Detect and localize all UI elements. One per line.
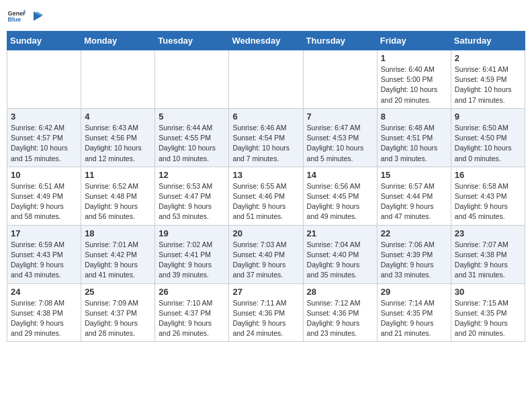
weekday-header-wednesday: Wednesday — [229, 32, 303, 50]
day-info: Sunrise: 6:43 AM Sunset: 4:56 PM Dayligh… — [85, 123, 151, 164]
day-info: Sunrise: 6:56 AM Sunset: 4:45 PM Dayligh… — [307, 181, 373, 222]
day-info: Sunrise: 7:04 AM Sunset: 4:40 PM Dayligh… — [307, 240, 373, 281]
day-number: 7 — [307, 111, 373, 122]
calendar-cell: 21Sunrise: 7:04 AM Sunset: 4:40 PM Dayli… — [303, 225, 377, 283]
day-number: 1 — [381, 53, 447, 63]
day-info: Sunrise: 7:14 AM Sunset: 4:35 PM Dayligh… — [381, 298, 447, 339]
calendar-cell: 22Sunrise: 7:06 AM Sunset: 4:39 PM Dayli… — [377, 225, 451, 283]
calendar-cell: 30Sunrise: 7:15 AM Sunset: 4:35 PM Dayli… — [451, 283, 525, 342]
calendar-cell: 15Sunrise: 6:57 AM Sunset: 4:44 PM Dayli… — [377, 167, 451, 225]
day-number: 5 — [159, 111, 225, 122]
day-info: Sunrise: 6:44 AM Sunset: 4:55 PM Dayligh… — [159, 123, 225, 164]
calendar-cell: 18Sunrise: 7:01 AM Sunset: 4:42 PM Dayli… — [81, 225, 155, 283]
calendar-cell: 27Sunrise: 7:11 AM Sunset: 4:36 PM Dayli… — [229, 283, 303, 342]
day-number: 19 — [159, 228, 225, 238]
day-info: Sunrise: 6:47 AM Sunset: 4:53 PM Dayligh… — [307, 123, 373, 164]
day-number: 8 — [381, 111, 447, 122]
day-number: 26 — [159, 287, 225, 297]
calendar-cell — [303, 50, 377, 109]
calendar-cell: 7Sunrise: 6:47 AM Sunset: 4:53 PM Daylig… — [303, 108, 377, 167]
calendar-cell: 29Sunrise: 7:14 AM Sunset: 4:35 PM Dayli… — [377, 283, 451, 342]
day-info: Sunrise: 6:51 AM Sunset: 4:49 PM Dayligh… — [11, 181, 77, 222]
day-info: Sunrise: 7:09 AM Sunset: 4:37 PM Dayligh… — [85, 298, 151, 339]
calendar-cell: 26Sunrise: 7:10 AM Sunset: 4:37 PM Dayli… — [155, 283, 229, 342]
calendar-week-row: 1Sunrise: 6:40 AM Sunset: 5:00 PM Daylig… — [7, 50, 525, 109]
day-number: 23 — [455, 228, 521, 238]
day-number: 24 — [11, 287, 77, 297]
calendar-cell — [81, 50, 155, 109]
calendar-week-row: 24Sunrise: 7:08 AM Sunset: 4:38 PM Dayli… — [7, 283, 525, 342]
calendar-cell: 23Sunrise: 7:07 AM Sunset: 4:38 PM Dayli… — [451, 225, 525, 283]
calendar-cell: 28Sunrise: 7:12 AM Sunset: 4:36 PM Dayli… — [303, 283, 377, 342]
calendar-cell: 11Sunrise: 6:52 AM Sunset: 4:48 PM Dayli… — [81, 167, 155, 225]
day-info: Sunrise: 6:46 AM Sunset: 4:54 PM Dayligh… — [232, 123, 299, 164]
day-info: Sunrise: 7:01 AM Sunset: 4:42 PM Dayligh… — [85, 240, 151, 281]
day-info: Sunrise: 7:15 AM Sunset: 4:35 PM Dayligh… — [455, 298, 521, 339]
day-number: 15 — [381, 170, 447, 180]
calendar-cell — [229, 50, 303, 109]
svg-text:Blue: Blue — [7, 16, 21, 23]
calendar-cell: 20Sunrise: 7:03 AM Sunset: 4:40 PM Dayli… — [229, 225, 303, 283]
calendar-cell: 4Sunrise: 6:43 AM Sunset: 4:56 PM Daylig… — [81, 108, 155, 167]
day-number: 25 — [85, 287, 151, 297]
day-info: Sunrise: 7:02 AM Sunset: 4:41 PM Dayligh… — [159, 240, 225, 281]
day-info: Sunrise: 6:58 AM Sunset: 4:43 PM Dayligh… — [455, 181, 521, 222]
day-info: Sunrise: 7:10 AM Sunset: 4:37 PM Dayligh… — [159, 298, 225, 339]
weekday-header-saturday: Saturday — [451, 32, 525, 50]
calendar-cell: 8Sunrise: 6:48 AM Sunset: 4:51 PM Daylig… — [377, 108, 451, 167]
day-number: 2 — [455, 53, 521, 63]
day-number: 20 — [232, 228, 299, 238]
day-info: Sunrise: 7:06 AM Sunset: 4:39 PM Dayligh… — [381, 240, 447, 281]
calendar-cell: 13Sunrise: 6:55 AM Sunset: 4:46 PM Dayli… — [229, 167, 303, 225]
day-info: Sunrise: 6:42 AM Sunset: 4:57 PM Dayligh… — [11, 123, 77, 164]
day-number: 22 — [381, 228, 447, 238]
day-info: Sunrise: 6:50 AM Sunset: 4:50 PM Dayligh… — [455, 123, 521, 164]
calendar-cell: 16Sunrise: 6:58 AM Sunset: 4:43 PM Dayli… — [451, 167, 525, 225]
weekday-header-thursday: Thursday — [303, 32, 377, 50]
day-info: Sunrise: 6:41 AM Sunset: 4:59 PM Dayligh… — [455, 64, 521, 105]
weekday-header-sunday: Sunday — [7, 32, 81, 50]
calendar-cell: 17Sunrise: 6:59 AM Sunset: 4:43 PM Dayli… — [7, 225, 81, 283]
calendar-cell: 3Sunrise: 6:42 AM Sunset: 4:57 PM Daylig… — [7, 108, 81, 167]
day-info: Sunrise: 7:11 AM Sunset: 4:36 PM Dayligh… — [232, 298, 299, 339]
day-info: Sunrise: 6:53 AM Sunset: 4:47 PM Dayligh… — [159, 181, 225, 222]
logo-icon: General Blue — [7, 7, 26, 26]
day-number: 14 — [307, 170, 373, 180]
day-number: 11 — [85, 170, 151, 180]
calendar-week-row: 3Sunrise: 6:42 AM Sunset: 4:57 PM Daylig… — [7, 108, 525, 167]
day-number: 17 — [11, 228, 77, 238]
day-number: 3 — [11, 111, 77, 122]
day-info: Sunrise: 6:59 AM Sunset: 4:43 PM Dayligh… — [11, 240, 77, 281]
day-number: 27 — [232, 287, 299, 297]
day-info: Sunrise: 7:08 AM Sunset: 4:38 PM Dayligh… — [11, 298, 77, 339]
weekday-header-row: SundayMondayTuesdayWednesdayThursdayFrid… — [7, 32, 525, 50]
calendar-cell — [7, 50, 81, 109]
weekday-header-monday: Monday — [81, 32, 155, 50]
calendar-table: SundayMondayTuesdayWednesdayThursdayFrid… — [7, 31, 525, 342]
calendar-cell: 9Sunrise: 6:50 AM Sunset: 4:50 PM Daylig… — [451, 108, 525, 167]
day-number: 6 — [232, 111, 299, 122]
calendar-cell: 10Sunrise: 6:51 AM Sunset: 4:49 PM Dayli… — [7, 167, 81, 225]
day-info: Sunrise: 6:52 AM Sunset: 4:48 PM Dayligh… — [85, 181, 151, 222]
day-info: Sunrise: 7:03 AM Sunset: 4:40 PM Dayligh… — [232, 240, 299, 281]
page-header: General Blue — [7, 7, 525, 26]
weekday-header-friday: Friday — [377, 32, 451, 50]
calendar-cell: 25Sunrise: 7:09 AM Sunset: 4:37 PM Dayli… — [81, 283, 155, 342]
day-number: 28 — [307, 287, 373, 297]
calendar-week-row: 10Sunrise: 6:51 AM Sunset: 4:49 PM Dayli… — [7, 167, 525, 225]
calendar-cell: 6Sunrise: 6:46 AM Sunset: 4:54 PM Daylig… — [229, 108, 303, 167]
day-info: Sunrise: 6:40 AM Sunset: 5:00 PM Dayligh… — [381, 64, 447, 105]
calendar-cell: 12Sunrise: 6:53 AM Sunset: 4:47 PM Dayli… — [155, 167, 229, 225]
day-number: 10 — [11, 170, 77, 180]
day-number: 9 — [455, 111, 521, 122]
calendar-cell: 2Sunrise: 6:41 AM Sunset: 4:59 PM Daylig… — [451, 50, 525, 109]
calendar-cell: 5Sunrise: 6:44 AM Sunset: 4:55 PM Daylig… — [155, 108, 229, 167]
calendar-cell: 19Sunrise: 7:02 AM Sunset: 4:41 PM Dayli… — [155, 225, 229, 283]
logo-arrow-icon — [30, 9, 44, 24]
calendar-cell — [155, 50, 229, 109]
logo: General Blue — [7, 7, 44, 26]
day-info: Sunrise: 6:55 AM Sunset: 4:46 PM Dayligh… — [232, 181, 299, 222]
day-number: 12 — [159, 170, 225, 180]
day-info: Sunrise: 6:48 AM Sunset: 4:51 PM Dayligh… — [381, 123, 447, 164]
calendar-cell: 1Sunrise: 6:40 AM Sunset: 5:00 PM Daylig… — [377, 50, 451, 109]
